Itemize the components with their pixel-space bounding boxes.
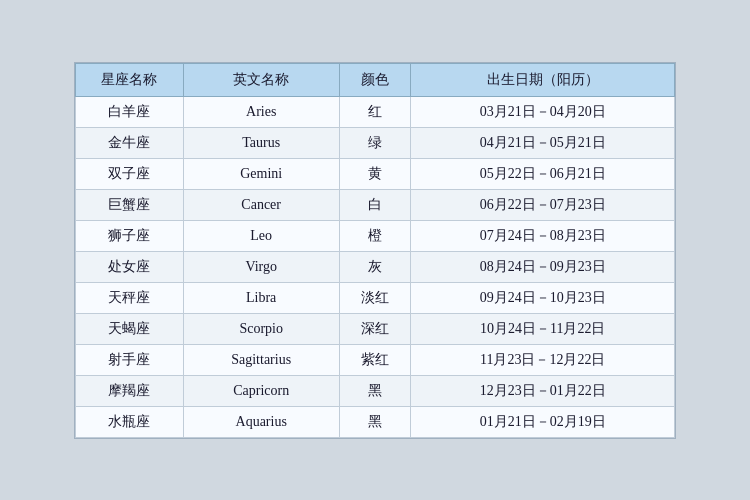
cell-en: Sagittarius [183, 344, 339, 375]
cell-en: Cancer [183, 189, 339, 220]
cell-zh: 狮子座 [76, 220, 184, 251]
cell-color: 淡红 [339, 282, 411, 313]
cell-date: 04月21日－05月21日 [411, 127, 675, 158]
cell-date: 07月24日－08月23日 [411, 220, 675, 251]
cell-en: Leo [183, 220, 339, 251]
cell-date: 05月22日－06月21日 [411, 158, 675, 189]
cell-color: 黑 [339, 375, 411, 406]
cell-en: Gemini [183, 158, 339, 189]
cell-zh: 摩羯座 [76, 375, 184, 406]
table-row: 金牛座Taurus绿04月21日－05月21日 [76, 127, 675, 158]
table-row: 双子座Gemini黄05月22日－06月21日 [76, 158, 675, 189]
cell-color: 白 [339, 189, 411, 220]
cell-color: 深红 [339, 313, 411, 344]
cell-en: Capricorn [183, 375, 339, 406]
table-row: 狮子座Leo橙07月24日－08月23日 [76, 220, 675, 251]
cell-zh: 处女座 [76, 251, 184, 282]
table-row: 巨蟹座Cancer白06月22日－07月23日 [76, 189, 675, 220]
table-row: 射手座Sagittarius紫红11月23日－12月22日 [76, 344, 675, 375]
cell-zh: 金牛座 [76, 127, 184, 158]
cell-date: 01月21日－02月19日 [411, 406, 675, 437]
cell-en: Scorpio [183, 313, 339, 344]
table-header-row: 星座名称 英文名称 颜色 出生日期（阳历） [76, 63, 675, 96]
cell-zh: 天秤座 [76, 282, 184, 313]
header-color: 颜色 [339, 63, 411, 96]
header-date: 出生日期（阳历） [411, 63, 675, 96]
zodiac-table: 星座名称 英文名称 颜色 出生日期（阳历） 白羊座Aries红03月21日－04… [75, 63, 675, 438]
cell-en: Virgo [183, 251, 339, 282]
zodiac-table-container: 星座名称 英文名称 颜色 出生日期（阳历） 白羊座Aries红03月21日－04… [74, 62, 676, 439]
cell-color: 橙 [339, 220, 411, 251]
header-en: 英文名称 [183, 63, 339, 96]
cell-date: 06月22日－07月23日 [411, 189, 675, 220]
cell-date: 10月24日－11月22日 [411, 313, 675, 344]
cell-color: 黄 [339, 158, 411, 189]
cell-en: Libra [183, 282, 339, 313]
cell-color: 黑 [339, 406, 411, 437]
cell-zh: 双子座 [76, 158, 184, 189]
table-row: 处女座Virgo灰08月24日－09月23日 [76, 251, 675, 282]
cell-en: Taurus [183, 127, 339, 158]
cell-color: 绿 [339, 127, 411, 158]
table-row: 白羊座Aries红03月21日－04月20日 [76, 96, 675, 127]
table-row: 水瓶座Aquarius黑01月21日－02月19日 [76, 406, 675, 437]
cell-en: Aquarius [183, 406, 339, 437]
cell-color: 紫红 [339, 344, 411, 375]
cell-zh: 射手座 [76, 344, 184, 375]
cell-zh: 巨蟹座 [76, 189, 184, 220]
table-row: 摩羯座Capricorn黑12月23日－01月22日 [76, 375, 675, 406]
header-zh: 星座名称 [76, 63, 184, 96]
table-row: 天蝎座Scorpio深红10月24日－11月22日 [76, 313, 675, 344]
table-row: 天秤座Libra淡红09月24日－10月23日 [76, 282, 675, 313]
cell-en: Aries [183, 96, 339, 127]
cell-zh: 水瓶座 [76, 406, 184, 437]
cell-date: 08月24日－09月23日 [411, 251, 675, 282]
cell-date: 03月21日－04月20日 [411, 96, 675, 127]
cell-date: 09月24日－10月23日 [411, 282, 675, 313]
cell-date: 12月23日－01月22日 [411, 375, 675, 406]
cell-color: 灰 [339, 251, 411, 282]
cell-zh: 白羊座 [76, 96, 184, 127]
cell-color: 红 [339, 96, 411, 127]
cell-zh: 天蝎座 [76, 313, 184, 344]
cell-date: 11月23日－12月22日 [411, 344, 675, 375]
